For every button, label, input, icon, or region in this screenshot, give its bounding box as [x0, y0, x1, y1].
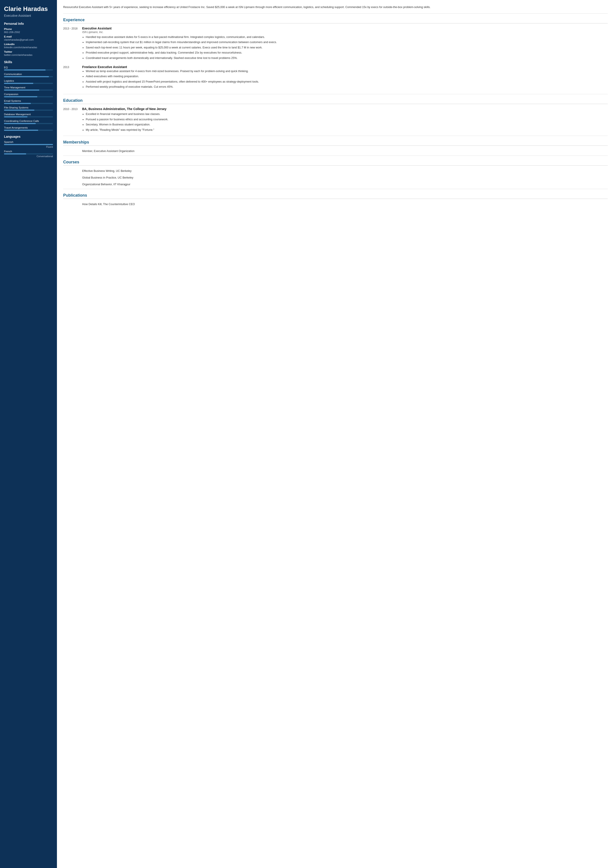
divider-courses — [63, 155, 608, 156]
skill-name: File-Sharing Systems — [4, 106, 53, 109]
course-text: Global Business in Practice, UC Berkeley — [82, 175, 133, 180]
education-bullet: Secretary, Women in Business student org… — [86, 122, 608, 127]
experience-bullet: Handled top executive assistant duties f… — [86, 35, 608, 39]
education-section-title: Education — [63, 98, 608, 104]
experience-block: 2013 - 2018 Executive Assistant ISN Lipm… — [63, 26, 608, 61]
education-block: 2010 - 2013 BA, Business Administration,… — [63, 107, 608, 133]
skill-bar-fill — [4, 123, 36, 124]
memberships-section-title: Memberships — [63, 140, 608, 146]
email-value: clarieharadas@gmail.com — [4, 39, 53, 41]
edu-degree: BA, Business Administration, The College… — [82, 107, 608, 111]
languages-section: Languages Spanish Fluent French Conversa… — [4, 135, 53, 158]
skill-item: Logistics — [4, 79, 53, 84]
language-bar-fill — [4, 144, 53, 145]
skill-bar-bg — [4, 96, 53, 97]
skill-name: Communication — [4, 73, 53, 76]
skill-item: Email Systems — [4, 99, 53, 104]
exp-dates: 2013 - 2018 — [63, 26, 82, 61]
mb-spacer — [63, 182, 82, 188]
language-bar-fill — [4, 153, 26, 155]
skill-bar-fill — [4, 76, 49, 77]
skill-name: Logistics — [4, 79, 53, 82]
language-bar-bg — [4, 144, 53, 145]
skills-section: Skills EQ Communication Logistics Time M… — [4, 60, 53, 131]
course-block: Organizational Behavior, IIT Kharagpur — [63, 182, 608, 188]
experience-bullet: Implemented call-recording system that c… — [86, 40, 608, 44]
skill-bar-fill — [4, 110, 34, 111]
sidebar: Clarie Haradas Executive Assistant Perso… — [0, 0, 57, 868]
personal-info-heading: Personal Info — [4, 22, 53, 25]
language-level: Fluent — [4, 146, 53, 148]
skill-bar-bg — [4, 130, 53, 131]
edu-bullets: Excelled in financial management and bus… — [82, 112, 608, 132]
exp-job-title: Executive Assistant — [82, 26, 608, 30]
skill-item: Time Management — [4, 86, 53, 91]
language-item: French Conversational — [4, 150, 53, 158]
skill-bar-fill — [4, 130, 38, 131]
skill-bar-fill — [4, 96, 37, 97]
education-bullet: My article, "Reading Minds" was reprinte… — [86, 128, 608, 132]
divider-experience — [63, 13, 608, 14]
skill-bar-fill — [4, 116, 28, 118]
course-text: Organizational Behavior, IIT Kharagpur — [82, 182, 130, 187]
skill-name: Time Management — [4, 86, 53, 89]
exp-dates: 2013 — [63, 65, 82, 90]
exp-job-title: Freelance Executive Assistant — [82, 65, 608, 69]
skill-name: Travel Arrangements — [4, 126, 53, 129]
skill-item: Travel Arrangements — [4, 126, 53, 131]
mb-spacer — [63, 149, 82, 154]
experience-bullet: Aided executives with meeting preparatio… — [86, 74, 608, 79]
email-label: E-mail — [4, 35, 53, 38]
exp-bullets: Worked as temp executive assistant for 4… — [82, 69, 608, 89]
experience-bullet: Saved each top-level exec 11 hours per w… — [86, 45, 608, 50]
skill-item: Database Management — [4, 113, 53, 118]
membership-block: Member, Executive Assistant Organization — [63, 149, 608, 154]
skill-bar-fill — [4, 103, 31, 104]
experience-bullet: Provided executive project support, admi… — [86, 51, 608, 55]
languages-list: Spanish Fluent French Conversational — [4, 141, 53, 158]
memberships-list: Member, Executive Assistant Organization — [63, 149, 608, 154]
skill-bar-bg — [4, 83, 53, 84]
experience-bullet: Worked as temp executive assistant for 4… — [86, 69, 608, 73]
sidebar-name: Clarie Haradas — [4, 5, 53, 12]
language-level: Conversational — [4, 155, 53, 158]
language-name: Spanish — [4, 141, 53, 143]
skill-item: Compassion — [4, 93, 53, 97]
mb-spacer — [63, 202, 82, 207]
skill-bar-fill — [4, 70, 45, 71]
publications-section-title: Publications — [63, 193, 608, 199]
experience-block: 2013 Freelance Executive Assistant Worke… — [63, 65, 608, 90]
courses-list: Effective Business Writing, UC Berkeley … — [63, 169, 608, 188]
linkedin-label: LinkedIn — [4, 43, 53, 45]
publication-block: How Details Kill, The Counterintuitive C… — [63, 202, 608, 207]
language-item: Spanish Fluent — [4, 141, 53, 148]
skills-heading: Skills — [4, 60, 53, 64]
skill-item: EQ — [4, 66, 53, 71]
skill-bar-bg — [4, 90, 53, 91]
skill-bar-fill — [4, 83, 33, 84]
mb-spacer — [63, 175, 82, 181]
linkedin-value: linkedin.com/in/clarieharadas — [4, 46, 53, 49]
skill-bar-bg — [4, 103, 53, 104]
experience-bullet: Coordinated travel arrangements both dom… — [86, 56, 608, 60]
skill-bar-fill — [4, 90, 39, 91]
phone-value: 862-208-2592 — [4, 31, 53, 34]
skill-bar-bg — [4, 123, 53, 124]
languages-heading: Languages — [4, 135, 53, 138]
skill-item: File-Sharing Systems — [4, 106, 53, 111]
phone-label: Phone — [4, 28, 53, 30]
course-text: Effective Business Writing, UC Berkeley — [82, 169, 132, 173]
skills-list: EQ Communication Logistics Time Manageme… — [4, 66, 53, 131]
experience-bullet: Performed weekly proofreading of executi… — [86, 85, 608, 89]
skill-item: Coordinating Conference Calls — [4, 119, 53, 124]
sidebar-title: Executive Assistant — [4, 14, 53, 17]
exp-bullets: Handled top executive assistant duties f… — [82, 35, 608, 60]
personal-info-section: Personal Info Phone 862-208-2592 E-mail … — [4, 22, 53, 56]
course-block: Global Business in Practice, UC Berkeley — [63, 175, 608, 181]
membership-text: Member, Executive Assistant Organization — [82, 149, 135, 153]
twitter-label: Twitter — [4, 50, 53, 53]
mb-spacer — [63, 169, 82, 174]
skill-name: Compassion — [4, 93, 53, 96]
experience-section-title: Experience — [63, 18, 608, 23]
edu-dates: 2010 - 2013 — [63, 107, 82, 133]
